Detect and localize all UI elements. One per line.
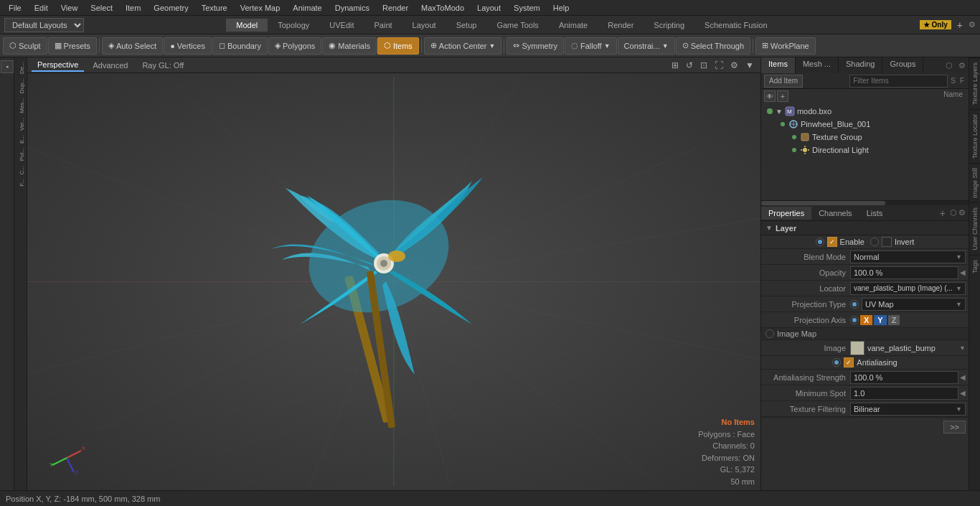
tool-deform[interactable]: De... [16, 60, 25, 75]
zoom-fit-icon[interactable]: ⊡ [698, 60, 710, 70]
reset-icon[interactable]: ↺ [684, 60, 695, 70]
strength-btn-icon[interactable]: ◀ [960, 373, 966, 381]
tab-shading[interactable]: Shading [839, 57, 882, 73]
tags-tab[interactable]: Tags [969, 255, 980, 278]
symmetry-button[interactable]: ⇔ Symmetry [507, 37, 564, 55]
layout-tab-model[interactable]: Model [226, 19, 268, 32]
menu-edit[interactable]: Edit [29, 2, 54, 14]
vp-tab-raygl[interactable]: Ray GL: Off [136, 60, 189, 71]
layout-tab-topology[interactable]: Topology [268, 19, 319, 32]
viewport[interactable]: Perspective Advanced Ray GL: Off ⊞ ↺ ⊡ ⛶… [27, 57, 760, 490]
axis-radio[interactable] [850, 316, 859, 324]
antialiasing-strength-input[interactable] [850, 371, 958, 384]
layout-tab-gametools[interactable]: Game Tools [486, 19, 549, 32]
tab-lists[interactable]: Lists [859, 207, 890, 220]
add-tab-button[interactable]: + [936, 207, 950, 219]
menu-item[interactable]: Item [120, 2, 146, 14]
layer-section-header[interactable]: ▼ Layer [761, 221, 969, 235]
layout-tab-uvedit[interactable]: UVEdit [319, 19, 364, 32]
layout-tab-layout[interactable]: Layout [402, 19, 446, 32]
tool-vert[interactable]: Ver... [16, 116, 25, 132]
layout-tab-render[interactable]: Render [598, 19, 644, 32]
tool-c[interactable]: C... [16, 164, 25, 176]
tab-channels[interactable]: Channels [811, 207, 859, 220]
opacity-input[interactable] [850, 266, 958, 279]
scrollbar-thumb[interactable] [761, 201, 885, 205]
image-map-radio[interactable] [765, 329, 774, 338]
layout-tab-paint[interactable]: Paint [364, 19, 402, 32]
z-axis-button[interactable]: Z [888, 315, 900, 325]
minimum-spot-input[interactable] [850, 387, 958, 400]
invert-checkbox[interactable] [882, 237, 892, 247]
plus-icon[interactable]: + [777, 90, 788, 102]
invert-radio[interactable] [870, 238, 879, 246]
vertices-button[interactable]: ● Vertices [164, 37, 212, 55]
locator-dropdown[interactable]: vane_plastic_bump (Image) (... ▼ [850, 282, 966, 295]
eye-toggle[interactable] [788, 148, 800, 152]
list-item[interactable]: Directional Light [763, 144, 967, 156]
antialiasing-radio[interactable] [832, 358, 841, 367]
menu-system[interactable]: System [508, 2, 546, 14]
vp-tab-advanced[interactable]: Advanced [87, 60, 133, 71]
viewport-canvas[interactable]: X Z Y No Items Polygons : Face Channels:… [27, 73, 760, 490]
menu-view[interactable]: View [55, 2, 84, 14]
fit-icon[interactable]: ⊞ [669, 60, 681, 70]
falloff-button[interactable]: ◌ Falloff ▼ [565, 37, 617, 55]
menu-layout[interactable]: Layout [471, 2, 507, 14]
sidebar-collapse[interactable]: ◂ [1, 60, 14, 73]
menu-geometry[interactable]: Geometry [148, 2, 194, 14]
materials-button[interactable]: ◉ Materials [322, 37, 377, 55]
layout-tab-scripting[interactable]: Scripting [644, 19, 694, 32]
settings-icon[interactable]: ⚙ [969, 20, 976, 29]
enable-checkbox[interactable]: ✓ [827, 237, 837, 247]
projection-radio[interactable] [850, 300, 859, 309]
x-axis-button[interactable]: X [860, 315, 872, 325]
menu-vertex-map[interactable]: Vertex Map [235, 2, 286, 14]
settings-icon[interactable]: ⚙ [728, 60, 740, 70]
layout-tab-schematic[interactable]: Schematic Fusion [694, 19, 777, 32]
tab-items[interactable]: Items [761, 57, 796, 73]
projection-dropdown[interactable]: UV Map ▼ [862, 298, 966, 311]
tab-properties[interactable]: Properties [761, 207, 811, 220]
image-dropdown-arrow[interactable]: ▼ [959, 345, 966, 352]
items-scrollbar[interactable] [761, 201, 969, 205]
menu-maxtomodo[interactable]: MaxToModo [415, 2, 470, 14]
workplane-button[interactable]: ⊞ WorkPlane [755, 37, 816, 55]
filter-items-input[interactable] [849, 75, 948, 88]
tab-mesh[interactable]: Mesh ... [796, 57, 839, 73]
menu-texture[interactable]: Texture [196, 2, 233, 14]
eye-toggle[interactable] [764, 108, 776, 114]
tool-mesh[interactable]: Mes... [16, 96, 25, 115]
user-channels-tab[interactable]: User Channels [969, 202, 980, 255]
items-button[interactable]: ⬡ Items [377, 37, 419, 55]
panel-settings-icon[interactable]: ⚙ [956, 61, 969, 70]
menu-select[interactable]: Select [85, 2, 118, 14]
presets-button[interactable]: ▦ Presets [48, 37, 97, 55]
list-item[interactable]: Texture Group [763, 131, 967, 144]
menu-animate[interactable]: Animate [287, 2, 327, 14]
sculpt-button[interactable]: ⬡ Sculpt [3, 37, 47, 55]
auto-select-button[interactable]: ◈ Auto Select [102, 37, 163, 55]
layout-tab-animate[interactable]: Animate [549, 19, 598, 32]
add-item-button[interactable]: Add Item [764, 75, 803, 88]
tool-dup[interactable]: Dup... [16, 77, 25, 95]
maximize-icon[interactable]: ⛶ [712, 60, 725, 70]
constraints-button[interactable]: Constrai... ▼ [618, 37, 675, 55]
menu-file[interactable]: File [3, 2, 27, 14]
tab-groups[interactable]: Groups [882, 57, 923, 73]
tool-edge[interactable]: E... [16, 133, 25, 145]
enable-radio[interactable] [816, 238, 824, 246]
chevron-down-icon[interactable]: ▼ [743, 60, 756, 70]
eye-toggle[interactable] [777, 122, 788, 126]
layout-tab-setup[interactable]: Setup [446, 19, 487, 32]
list-item[interactable]: Pinwheel_Blue_001 [763, 118, 967, 131]
add-layout-button[interactable]: + [954, 19, 966, 31]
tool-f[interactable]: F... [16, 177, 25, 188]
menu-render[interactable]: Render [377, 2, 414, 14]
layout-dropdown[interactable]: Default Layouts [4, 18, 84, 32]
opacity-btn-icon[interactable]: ◀ [960, 268, 966, 276]
list-item[interactable]: ▼ M modo.bxo [763, 105, 967, 118]
select-through-button[interactable]: ⊙ Select Through [676, 37, 750, 55]
polygons-button[interactable]: ◈ Polygons [268, 37, 321, 55]
menu-help[interactable]: Help [547, 2, 575, 14]
